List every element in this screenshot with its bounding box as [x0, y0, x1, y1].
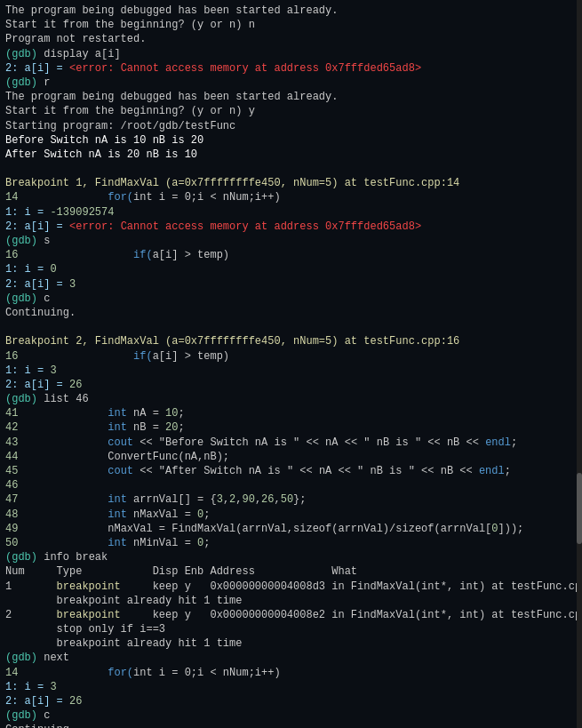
- terminal-line: (gdb) info break: [5, 550, 577, 564]
- terminal-line: (gdb) c: [5, 292, 577, 306]
- terminal-line: 1: i = 3: [5, 680, 577, 694]
- terminal-line: 16 if(a[i] > temp): [5, 349, 577, 364]
- terminal-line: breakpoint already hit 1 time: [5, 594, 577, 608]
- terminal-line: 42 int nB = 20;: [5, 420, 577, 435]
- terminal-line: 14 for(int i = 0;i < nNum;i++): [5, 190, 577, 204]
- terminal-line: 1: i = 0: [5, 262, 577, 276]
- terminal-line: 44 ConvertFunc(nA,nB);: [5, 450, 577, 464]
- scrollbar-thumb[interactable]: [577, 473, 582, 544]
- terminal-content: The program being debugged has been star…: [5, 4, 577, 728]
- terminal-line: Num Type Disp Enb Address What: [5, 564, 577, 579]
- terminal-line: 43 cout << "Before Switch nA is " << nA …: [5, 436, 577, 450]
- terminal-line: (gdb) next: [5, 651, 577, 665]
- terminal-line: 50 int nMinVal = 0;: [5, 536, 577, 550]
- terminal-line: 2: a[i] = 26: [5, 694, 577, 708]
- terminal-line: (gdb) s: [5, 234, 577, 248]
- terminal-line: (gdb) list 46: [5, 392, 577, 406]
- terminal-window: The program being debugged has been star…: [0, 0, 582, 728]
- terminal-line: Breakpoint 1, FindMaxVal (a=0x7ffffffffe…: [5, 176, 577, 190]
- terminal-line: 41 int nA = 10;: [5, 406, 577, 420]
- terminal-line: (gdb) r: [5, 76, 577, 90]
- scrollbar[interactable]: [577, 0, 582, 728]
- terminal-line: 46: [5, 478, 577, 492]
- terminal-line: 45 cout << "After Switch nA is " << nA <…: [5, 464, 577, 478]
- terminal-line: The program being debugged has been star…: [5, 4, 577, 18]
- terminal-line: [5, 320, 577, 334]
- terminal-line: After Switch nA is 20 nB is 10: [5, 148, 577, 162]
- terminal-line: 2: a[i] = <error: Cannot access memory a…: [5, 61, 577, 76]
- terminal-line: Breakpoint 2, FindMaxVal (a=0x7ffffffffe…: [5, 334, 577, 348]
- terminal-line: stop only if i==3: [5, 622, 577, 636]
- terminal-line: Start it from the beginning? (y or n) n: [5, 18, 577, 32]
- terminal-line: 48 int nMaxVal = 0;: [5, 508, 577, 522]
- terminal-line: 16 if(a[i] > temp): [5, 248, 577, 262]
- terminal-line: (gdb) display a[i]: [5, 47, 577, 61]
- terminal-line: (gdb) c: [5, 708, 577, 723]
- terminal-line: 49 nMaxVal = FindMaxVal(arrnVal,sizeof(a…: [5, 522, 577, 536]
- terminal-line: 2: a[i] = 3: [5, 277, 577, 292]
- terminal-line: 2: a[i] = <error: Cannot access memory a…: [5, 220, 577, 234]
- terminal-line: 1: i = 3: [5, 364, 577, 378]
- terminal-line: Program not restarted.: [5, 32, 577, 46]
- terminal-line: Start it from the beginning? (y or n) y: [5, 104, 577, 118]
- terminal-line: 47 int arrnVal[] = {3,2,90,26,50};: [5, 492, 577, 507]
- terminal-line: [5, 162, 577, 176]
- terminal-line: 1 breakpoint keep y 0x00000000004008d3 i…: [5, 580, 577, 594]
- terminal-line: 2: a[i] = 26: [5, 378, 577, 392]
- terminal-line: Continuing.: [5, 306, 577, 320]
- terminal-line: breakpoint already hit 1 time: [5, 636, 577, 651]
- terminal-line: Starting program: /root/gdb/testFunc: [5, 119, 577, 133]
- terminal-line: 14 for(int i = 0;i < nNum;i++): [5, 666, 577, 680]
- terminal-line: The program being debugged has been star…: [5, 90, 577, 104]
- terminal-line: 2 breakpoint keep y 0x00000000004008e2 i…: [5, 608, 577, 622]
- terminal-line: Before Switch nA is 10 nB is 20: [5, 133, 577, 148]
- terminal-line: Continuing.: [5, 723, 577, 728]
- terminal-line: 1: i = -139092574: [5, 205, 577, 220]
